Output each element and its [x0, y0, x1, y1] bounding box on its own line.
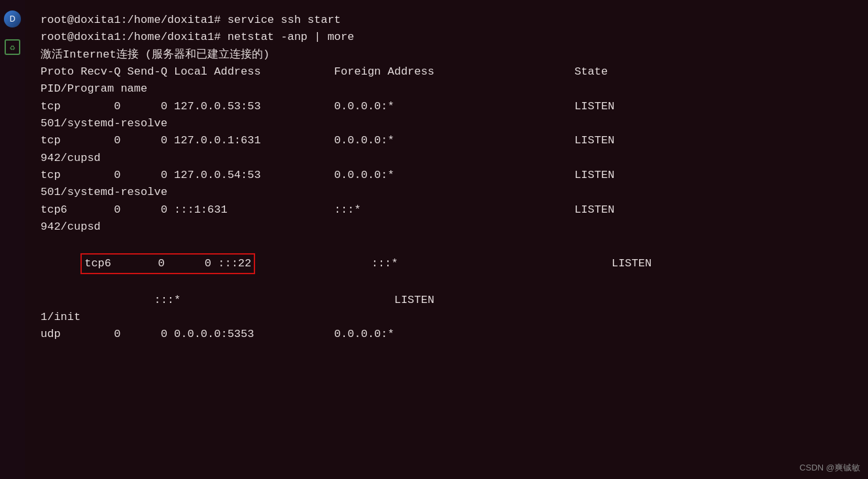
terminal-window: D ♻ root@doxita1:/home/doxita1# service … [0, 0, 868, 479]
line-tcp-54-1: tcp 0 0 127.0.0.54:53 0.0.0.0:* LISTEN [41, 167, 855, 184]
avatar-icon: D [3, 10, 22, 28]
line-tcp-53-1: tcp 0 0 127.0.0.53:53 0.0.0.0:* LISTEN [41, 98, 855, 115]
line-tcp6-631: tcp6 0 0 :::1:631 :::* LISTEN [41, 202, 855, 219]
tcp6-22-suffix: :::* LISTEN [258, 257, 651, 270]
tcp6-22-highlight-box: tcp6 0 0 :::22 [80, 253, 255, 274]
line-tcp6-22: tcp6 0 0 :::22 :::* LISTEN [41, 236, 855, 291]
line-service-ssh: root@doxita1:/home/doxita1# service ssh … [41, 12, 855, 29]
line-udp-5353: 1/init [41, 309, 855, 326]
line-netstat: root@doxita1:/home/doxita1# netstat -anp… [41, 29, 855, 46]
line-column-headers: Proto Recv-Q Send-Q Local Address Foreig… [41, 63, 855, 80]
recycle-icon: ♻ [3, 38, 22, 56]
line-tcp6-22-pid: :::* LISTEN [41, 292, 855, 309]
line-tcp-54-1-pid: 501/systemd-resolve [41, 184, 855, 201]
line-tcp6-631-pid: 942/cupsd [41, 219, 855, 236]
watermark: CSDN @爽铖敏 [799, 462, 860, 474]
line-tcp-631-1: tcp 0 0 127.0.0.1:631 0.0.0.0:* LISTEN [41, 132, 855, 149]
line-pid-header: PID/Program name [41, 80, 855, 98]
line-tcp-53-1-pid: 501/systemd-resolve [41, 115, 855, 132]
user-avatar: D [4, 10, 21, 27]
left-sidebar: D ♻ [0, 0, 25, 479]
line-tcp-631-1-pid: 942/cupsd [41, 150, 855, 167]
terminal-content: root@doxita1:/home/doxita1# service ssh … [41, 7, 855, 344]
recycle-bin-icon: ♻ [5, 39, 20, 55]
line-avahi: udp 0 0 0.0.0.0:5353 0.0.0.0:* [41, 326, 855, 343]
line-header-chinese: 激活Internet连接 (服务器和已建立连接的) [41, 46, 855, 63]
